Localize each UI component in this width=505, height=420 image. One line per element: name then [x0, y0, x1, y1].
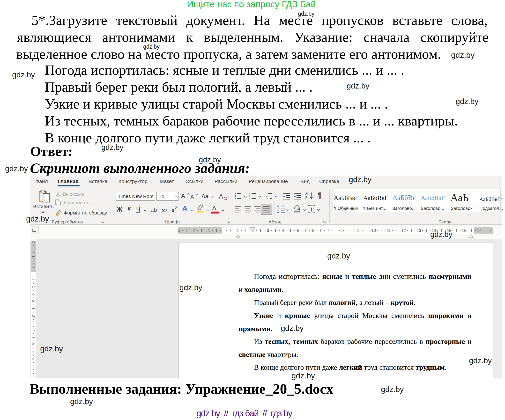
- svg-text:4: 4: [31, 330, 36, 332]
- svg-text:13: 13: [417, 228, 421, 233]
- svg-text:3: 3: [178, 228, 180, 233]
- svg-text:4: 4: [282, 228, 284, 233]
- svg-text:i: i: [267, 197, 268, 200]
- svg-text:16: 16: [462, 228, 466, 233]
- svg-text:1: 1: [31, 286, 36, 288]
- svg-text:6: 6: [31, 358, 36, 360]
- svg-text:7: 7: [31, 372, 36, 375]
- svg-text:5: 5: [31, 343, 36, 346]
- svg-text:9: 9: [357, 228, 360, 233]
- svg-text:10: 10: [371, 228, 376, 233]
- svg-text:3: 3: [31, 315, 36, 317]
- svg-text:1: 1: [31, 256, 36, 258]
- svg-text:17: 17: [477, 228, 481, 233]
- svg-text:8: 8: [342, 228, 345, 233]
- svg-text:6: 6: [312, 228, 314, 233]
- svg-text:5: 5: [297, 228, 299, 233]
- svg-text:1: 1: [249, 192, 250, 195]
- svg-text:12: 12: [401, 228, 406, 233]
- svg-text:11: 11: [387, 228, 391, 233]
- svg-text:7: 7: [327, 228, 329, 233]
- svg-text:1: 1: [265, 192, 267, 195]
- svg-text:2: 2: [249, 195, 250, 197]
- svg-text:3: 3: [267, 228, 269, 233]
- svg-text:2: 2: [31, 300, 36, 302]
- svg-text:1: 1: [237, 228, 239, 233]
- svg-text:3: 3: [249, 197, 250, 200]
- svg-text:2: 2: [193, 228, 195, 233]
- svg-text:2: 2: [31, 241, 36, 243]
- svg-text:1: 1: [208, 228, 210, 233]
- svg-text:a: a: [266, 195, 267, 197]
